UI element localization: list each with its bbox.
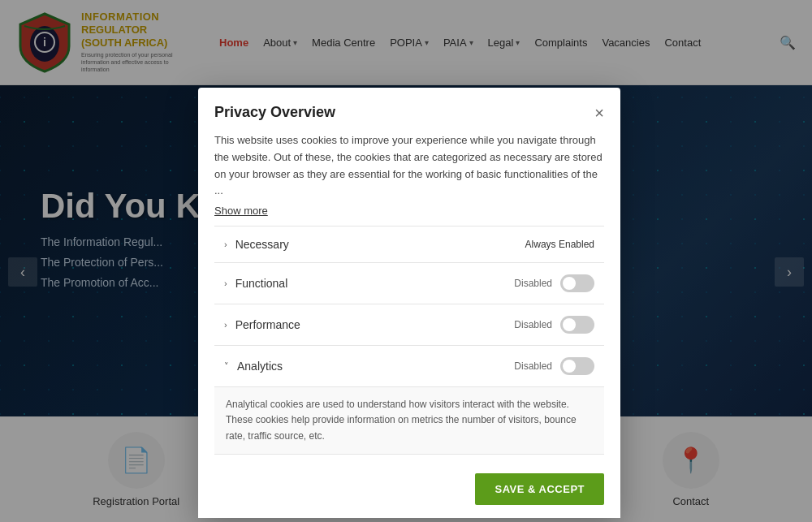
analytics-status: Disabled — [514, 360, 552, 372]
modal-description: This website uses cookies to improve you… — [214, 132, 604, 200]
chevron-right-icon: › — [224, 239, 227, 249]
modal-footer: SAVE & ACCEPT — [198, 462, 620, 518]
cookie-row-performance[interactable]: › Performance Disabled — [214, 304, 604, 345]
modal-title: Privacy Overview — [214, 104, 335, 121]
analytics-description: Analytical cookies are used to understan… — [214, 386, 604, 454]
functional-toggle[interactable] — [560, 274, 594, 292]
cookie-name-analytics: Analytics — [237, 360, 514, 373]
performance-status: Disabled — [514, 319, 552, 330]
cookie-section-analytics: ˅ Analytics Disabled Analytical cookies … — [214, 345, 604, 454]
chevron-down-icon-analytics: ˅ — [224, 361, 229, 372]
cookie-name-performance: Performance — [235, 318, 515, 331]
show-more-link[interactable]: Show more — [214, 205, 268, 217]
chevron-right-icon-performance: › — [224, 320, 227, 330]
cookie-row-advertisement[interactable]: › Advertisement Disabled — [214, 454, 604, 462]
save-accept-button[interactable]: SAVE & ACCEPT — [475, 473, 604, 505]
modal-header: Privacy Overview × — [198, 88, 620, 121]
analytics-toggle[interactable] — [560, 357, 594, 375]
privacy-modal: Privacy Overview × This website uses coo… — [198, 88, 620, 518]
cookie-row-analytics[interactable]: ˅ Analytics Disabled — [214, 345, 604, 386]
performance-toggle[interactable] — [560, 316, 594, 334]
always-enabled-label: Always Enabled — [525, 239, 594, 250]
cookie-categories-list: › Necessary Always Enabled › Functional … — [198, 226, 620, 462]
cookie-name-functional: Functional — [235, 277, 515, 290]
modal-close-button[interactable]: × — [594, 105, 604, 121]
cookie-row-necessary[interactable]: › Necessary Always Enabled — [214, 226, 604, 262]
chevron-right-icon-functional: › — [224, 278, 227, 288]
cookie-row-functional[interactable]: › Functional Disabled — [214, 262, 604, 304]
modal-description-area: This website uses cookies to improve you… — [198, 121, 620, 218]
cookie-name-necessary: Necessary — [235, 238, 525, 251]
functional-status: Disabled — [514, 278, 552, 289]
